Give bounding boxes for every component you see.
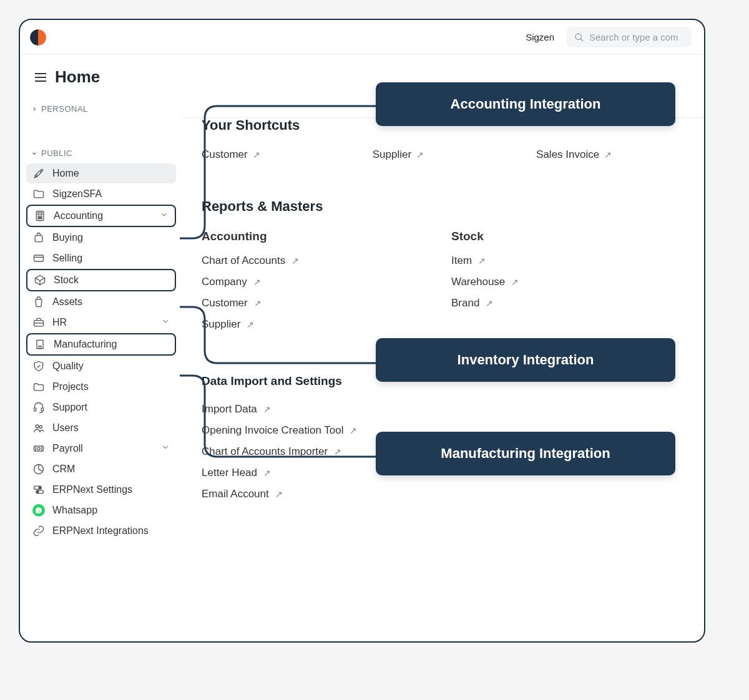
link-label: Letter Head [202,467,257,479]
svg-point-6 [39,216,40,217]
group-label-public: PUBLIC [41,148,72,158]
callout-manufacturing: Manufacturing Integration [376,432,675,475]
accounting-link-customer[interactable]: Customer↗ [202,297,376,309]
sidebar-item-label: Users [52,422,170,434]
sidebar-item-label: Selling [52,253,170,264]
company-label[interactable]: Sigzen [526,32,554,42]
link-label: Warehouse [451,276,505,288]
svg-point-32 [39,487,41,489]
arrow-ne-icon: ↗ [275,489,283,499]
sidebar-item-erpnext-integrations[interactable]: ERPNext Integrations [26,521,176,541]
sidebar-group-personal[interactable]: PERSONAL [26,93,176,119]
shortcut-customer[interactable]: Customer↗ [202,148,260,161]
search-input[interactable]: Search or type a com [567,27,692,47]
stock-link-item[interactable]: Item↗ [451,255,519,267]
arrow-ne-icon: ↗ [253,277,261,287]
accounting-link-chart-of-accounts[interactable]: Chart of Accounts↗ [202,255,376,267]
topbar-right: Sigzen Search or type a com [526,27,692,47]
bag-icon [32,231,45,244]
shortcuts-row: Customer↗Supplier↗Sales Invoice↗ [202,148,685,161]
chevron-down-icon [31,150,37,157]
chevron-down-icon [160,210,169,221]
app-window: Sigzen Search or type a com Home PERSONA… [19,19,705,643]
folder-icon [32,188,45,200]
link-label: Supplier [373,148,411,161]
sidebar-item-support[interactable]: Support [26,397,176,417]
stock-links: Item↗Warehouse↗Brand↗ [451,255,519,309]
sidebar-item-label: Assets [52,296,170,308]
svg-point-2 [41,169,42,171]
sidebar-item-label: ERPNext Settings [52,484,170,495]
arrow-ne-icon: ↗ [247,319,254,329]
callout-accounting: Accounting Integration [376,82,675,126]
folder2-icon [32,381,45,393]
building-icon [34,338,46,351]
briefcase-icon [32,316,45,329]
link-label: Customer [202,148,248,161]
users-icon [32,422,45,434]
shopping-icon [32,296,45,308]
headset-icon [32,401,45,414]
reports-columns: Accounting Chart of Accounts↗Company↗Cus… [202,230,685,331]
stock-link-brand[interactable]: Brand↗ [451,297,519,309]
sidebar-item-manufacturing[interactable]: Manufacturing [26,333,176,356]
import-link-import-data[interactable]: Import Data↗ [202,403,685,416]
sidebar-item-accounting[interactable]: Accounting [26,205,176,227]
stock-col-title: Stock [451,230,519,243]
sidebar-item-label: Whatsapp [52,505,170,516]
sidebar-item-sigzensfa[interactable]: SigzenSFA [26,184,176,204]
page-header: Home [26,55,176,93]
app-logo [30,29,46,46]
menu-icon[interactable] [35,73,46,82]
link-label: Company [202,276,247,288]
svg-point-7 [41,216,42,217]
svg-rect-11 [35,236,42,242]
svg-point-9 [39,218,40,219]
sidebar-item-stock[interactable]: Stock [26,269,176,291]
accounting-link-company[interactable]: Company↗ [202,276,376,288]
arrow-ne-icon: ↗ [263,468,271,478]
arrow-ne-icon: ↗ [416,150,424,160]
sidebar-item-label: HR [52,317,154,328]
link-label: Email Account [202,488,269,500]
sidebar-group-public[interactable]: PUBLIC [26,137,176,163]
sidebar-item-label: ERPNext Integrations [52,525,170,537]
svg-rect-24 [39,346,41,349]
shortcut-supplier[interactable]: Supplier↗ [373,148,424,161]
sidebar-item-hr[interactable]: HR [26,313,176,333]
link-label: Customer [202,297,248,309]
reports-title: Reports & Masters [202,198,685,215]
sidebar-item-payroll[interactable]: Payroll [26,439,176,459]
sidebar-item-users[interactable]: Users [26,418,176,438]
group-label-personal: PERSONAL [41,104,88,114]
stock-link-warehouse[interactable]: Warehouse↗ [451,276,519,288]
toggle-icon [32,484,45,496]
svg-rect-17 [37,340,43,348]
sidebar-item-label: Quality [52,361,170,372]
link-label: Supplier [202,318,240,331]
sidebar-item-erpnext-settings[interactable]: ERPNext Settings [26,480,176,500]
import-link-email-account[interactable]: Email Account↗ [202,488,685,500]
pie-icon [32,463,45,475]
sidebar-item-quality[interactable]: Quality [26,356,176,376]
shortcut-sales-invoice[interactable]: Sales Invoice↗ [536,148,612,161]
sidebar-item-assets[interactable]: Assets [26,292,176,312]
chevron-down-icon [161,317,170,328]
arrow-ne-icon: ↗ [263,404,271,414]
search-icon [574,32,584,42]
sidebar-item-home[interactable]: Home [26,163,176,183]
page-title: Home [55,67,100,87]
link-label: Chart of Accounts [202,255,285,267]
svg-point-8 [38,218,39,219]
sidebar-item-crm[interactable]: CRM [26,459,176,479]
sidebar-item-whatsapp[interactable]: Whatsapp [26,500,176,520]
accounting-link-supplier[interactable]: Supplier↗ [202,318,376,331]
stock-column: Stock Item↗Warehouse↗Brand↗ [451,230,519,331]
sidebar-item-label: Manufacturing [54,339,169,350]
sidebar-item-projects[interactable]: Projects [26,377,176,397]
svg-rect-26 [41,408,43,411]
svg-point-30 [37,447,40,450]
sidebar-item-selling[interactable]: Selling [26,248,176,268]
sidebar-item-buying[interactable]: Buying [26,228,176,248]
sidebar-item-label: Projects [52,381,170,392]
